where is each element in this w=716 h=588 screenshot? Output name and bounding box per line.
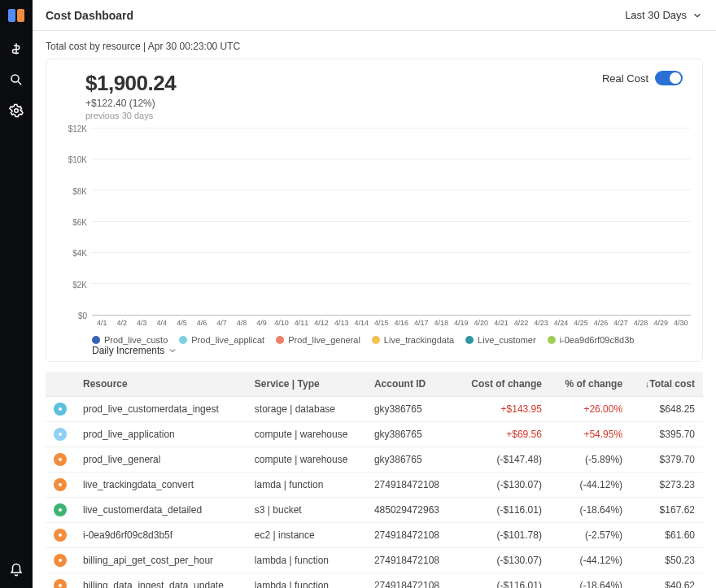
page-title: Cost Dashboard — [46, 9, 133, 22]
settings-icon[interactable] — [8, 102, 24, 119]
x-tick: 4/14 — [351, 316, 372, 327]
x-tick: 4/2 — [112, 316, 133, 327]
x-tick: 4/7 — [212, 316, 232, 327]
increments-picker[interactable]: Daily Increments — [92, 345, 177, 356]
x-tick: 4/20 — [471, 316, 491, 327]
x-tick: 4/21 — [491, 316, 512, 327]
chart-legend: Prod_live_custoProd_live_applicatProd_li… — [92, 335, 691, 356]
table-row[interactable]: i-0ea9d6rf09c8d3b5fec2 | instance2749184… — [46, 523, 703, 548]
x-tick: 4/26 — [591, 316, 611, 327]
svg-point-8 — [59, 508, 62, 512]
date-range-label: Last 30 Days — [625, 9, 687, 21]
legend-item[interactable]: Live_trackingdata — [372, 335, 454, 345]
svg-rect-1 — [17, 9, 24, 22]
search-icon[interactable] — [8, 72, 24, 88]
x-tick: 4/4 — [152, 316, 172, 327]
subheading: Total cost by resource | Apr 30 00:23:00… — [46, 41, 703, 52]
real-cost-label: Real Cost — [602, 72, 648, 85]
content: Total cost by resource | Apr 30 00:23:00… — [33, 31, 716, 588]
legend-item[interactable]: Prod_live_applicat — [179, 335, 264, 345]
col-resource[interactable]: Resource — [75, 372, 247, 397]
main: Cost Dashboard Last 30 Days Total cost b… — [33, 0, 716, 588]
chevron-down-icon — [692, 10, 703, 21]
x-tick: 4/28 — [631, 316, 651, 327]
svg-point-10 — [59, 559, 62, 562]
svg-point-3 — [15, 109, 19, 113]
resource-icon — [54, 529, 67, 542]
svg-point-6 — [59, 458, 62, 461]
y-tick: $0 — [78, 311, 87, 320]
col-total-cost[interactable]: ↓Total cost — [631, 372, 703, 397]
x-tick: 4/24 — [551, 316, 571, 327]
table-row[interactable]: prod_live_customerdata_ingeststorage | d… — [46, 397, 703, 422]
sidebar — [0, 0, 33, 588]
legend-swatch — [465, 336, 474, 344]
svg-rect-0 — [8, 9, 15, 22]
legend-item[interactable]: Prod_live_custo — [92, 335, 168, 345]
legend-swatch — [372, 336, 380, 344]
legend-swatch — [276, 336, 284, 344]
table-row[interactable]: billing_data_ingest_data_updatelambda | … — [46, 573, 703, 589]
resource-icon — [54, 428, 67, 441]
col-service[interactable]: Service | Type — [247, 372, 366, 397]
x-tick: 4/11 — [291, 316, 312, 327]
table-row[interactable]: live_customerdata_detaileds3 | bucket485… — [46, 498, 703, 523]
table-row[interactable]: live_trackingdata_convertlamda | functio… — [46, 473, 703, 498]
x-tick: 4/13 — [331, 316, 351, 327]
resource-icon — [54, 478, 67, 491]
real-cost-toggle[interactable] — [655, 71, 683, 85]
x-tick: 4/16 — [391, 316, 412, 327]
x-tick: 4/25 — [571, 316, 592, 327]
app-logo[interactable] — [6, 5, 27, 26]
y-tick: $12K — [68, 124, 87, 133]
svg-point-4 — [59, 407, 62, 411]
x-tick: 4/10 — [272, 316, 292, 327]
x-tick: 4/3 — [132, 316, 152, 327]
svg-point-9 — [59, 534, 62, 537]
total-cost-value: $1,900.24 — [85, 71, 176, 96]
y-tick: $8K — [72, 186, 87, 195]
x-tick: 4/6 — [192, 316, 212, 327]
resource-icon — [54, 503, 67, 516]
y-tick: $6K — [72, 218, 87, 227]
resource-icon — [54, 554, 67, 567]
legend-item[interactable]: Prod_live_general — [276, 335, 360, 345]
x-tick: 4/8 — [232, 316, 252, 327]
previous-period-label: previous 30 days — [85, 111, 176, 120]
table-row[interactable]: billing_api_get_cost_per_hourlambda | fu… — [46, 548, 703, 573]
x-tick: 4/23 — [531, 316, 552, 327]
col-pct-change[interactable]: % of change — [550, 372, 631, 397]
cost-chart: $0$2K$4K$6K$8K$10K$12K — [58, 128, 691, 316]
svg-point-5 — [59, 433, 62, 436]
resource-icon — [54, 579, 67, 588]
table-row[interactable]: prod_live_applicationcompute | warehouse… — [46, 422, 703, 447]
legend-swatch — [548, 336, 556, 344]
legend-item[interactable]: i-0ea9d6rf09c8d3b — [548, 335, 635, 345]
y-tick: $10K — [68, 155, 87, 164]
col-cost-change[interactable]: Cost of change — [455, 372, 550, 397]
topbar: Cost Dashboard Last 30 Days — [33, 0, 716, 31]
x-tick: 4/18 — [431, 316, 452, 327]
col-account[interactable]: Account ID — [366, 372, 455, 397]
x-tick: 4/1 — [92, 316, 112, 327]
x-tick: 4/5 — [172, 316, 192, 327]
chevron-down-icon — [168, 346, 177, 355]
notifications-icon[interactable] — [8, 562, 24, 578]
x-tick: 4/29 — [651, 316, 671, 327]
date-range-picker[interactable]: Last 30 Days — [625, 9, 703, 21]
x-tick: 4/15 — [371, 316, 391, 327]
y-tick: $2K — [72, 280, 87, 289]
svg-point-11 — [59, 584, 62, 587]
table-row[interactable]: prod_live_generalcompute | warehousegky3… — [46, 447, 703, 473]
x-tick: 4/27 — [611, 316, 631, 327]
cost-icon[interactable] — [8, 41, 24, 57]
legend-item[interactable]: Live_customer — [465, 335, 536, 345]
legend-swatch — [179, 336, 187, 344]
legend-swatch — [92, 336, 100, 344]
x-tick: 4/9 — [251, 316, 272, 327]
cost-card: $1,900.24 +$122.40 (12%) previous 30 day… — [46, 59, 703, 362]
svg-point-7 — [59, 483, 62, 486]
x-tick: 4/22 — [511, 316, 531, 327]
x-tick: 4/30 — [670, 316, 691, 327]
x-tick: 4/19 — [452, 316, 472, 327]
